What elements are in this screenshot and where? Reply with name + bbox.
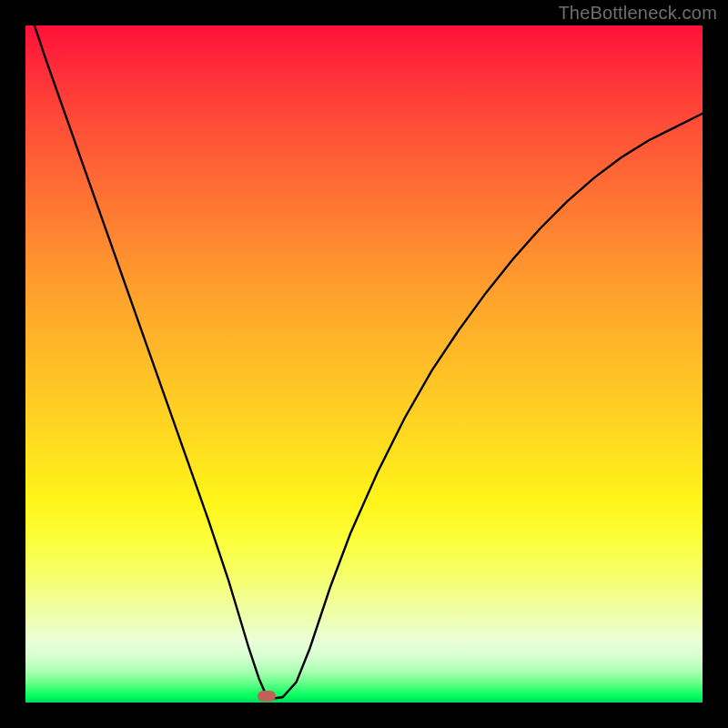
chart-frame: TheBottleneck.com xyxy=(0,0,728,728)
plot-area xyxy=(25,25,703,703)
bottleneck-curve xyxy=(25,25,703,703)
optimal-point-marker xyxy=(258,691,276,702)
watermark-label: TheBottleneck.com xyxy=(558,3,717,24)
